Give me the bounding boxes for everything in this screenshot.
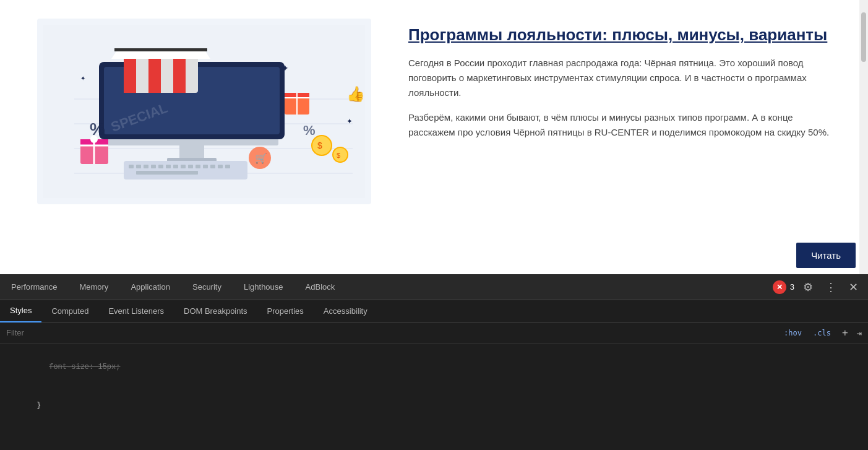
svg-text:$: $ <box>337 152 340 159</box>
svg-text:✦: ✦ <box>281 63 289 73</box>
svg-rect-31 <box>136 171 198 175</box>
svg-rect-20 <box>151 165 156 168</box>
styles-filter-bar: :hov .cls + ⇥ <box>0 322 868 344</box>
svg-rect-15 <box>114 48 207 51</box>
svg-rect-19 <box>144 165 148 168</box>
svg-rect-17 <box>129 165 134 168</box>
hov-button[interactable]: :hov <box>781 327 804 339</box>
css-line-fontsize: font-size: 15px; <box>10 348 858 386</box>
svg-rect-6 <box>179 145 204 158</box>
scrollbar[interactable] <box>859 0 868 274</box>
filter-input[interactable] <box>6 328 781 337</box>
svg-rect-26 <box>196 165 200 168</box>
tab-adblock[interactable]: AdBlock <box>294 274 346 300</box>
scrollbar-thumb[interactable] <box>861 12 866 62</box>
filter-tools: :hov .cls + ⇥ <box>781 327 862 339</box>
devtools-top-tabs: Performance Memory Application Security … <box>0 274 868 300</box>
svg-text:🛒: 🛒 <box>255 152 267 164</box>
devtools-sub-tabs: Styles Computed Event Listeners DOM Brea… <box>0 300 868 322</box>
svg-text:👍: 👍 <box>346 85 365 103</box>
svg-rect-25 <box>188 165 193 168</box>
css-line-selector: ._34geD { rcweb-style…c59b3.css:1 <box>10 437 858 450</box>
svg-rect-16 <box>124 161 247 180</box>
more-button[interactable]: ⋮ <box>822 278 840 296</box>
svg-text:$: $ <box>317 141 322 150</box>
tab-styles[interactable]: Styles <box>0 300 41 322</box>
tab-event-listeners[interactable]: Event Listeners <box>98 300 174 322</box>
svg-rect-24 <box>181 165 186 168</box>
tab-performance[interactable]: Performance <box>0 274 68 300</box>
svg-text:✦: ✦ <box>346 117 353 126</box>
add-style-button[interactable]: + <box>842 327 848 339</box>
css-line-brace1: } <box>10 386 858 424</box>
read-button[interactable]: Читать <box>796 243 856 268</box>
close-button[interactable]: ✕ <box>845 278 862 296</box>
svg-text:%: % <box>90 119 105 139</box>
css-line-blank <box>10 424 858 436</box>
svg-text:%: % <box>303 123 316 138</box>
error-count: 3 <box>790 282 794 292</box>
svg-rect-22 <box>166 165 171 168</box>
svg-rect-29 <box>218 165 223 168</box>
svg-rect-27 <box>203 165 208 168</box>
svg-rect-30 <box>225 165 230 168</box>
svg-rect-18 <box>136 165 141 168</box>
tab-dom-breakpoints[interactable]: DOM Breakpoints <box>174 300 257 322</box>
article-body-2: Разберём, какими они бывают, в чём плюсы… <box>408 110 831 140</box>
devtools-top-icons: ✕ 3 ⚙ ⋮ ✕ <box>773 278 868 296</box>
svg-rect-23 <box>173 165 178 168</box>
article-title[interactable]: Программы лояльности: плюсы, минусы, вар… <box>408 25 831 46</box>
svg-rect-28 <box>210 165 215 168</box>
main-content: % % 🛒 ✦ ✦ ✦ 👍 SPECIAL $ $ Программы лоял… <box>0 0 868 274</box>
tab-security[interactable]: Security <box>181 274 233 300</box>
article-body-1: Сегодня в России проходит главная распро… <box>408 56 831 100</box>
tab-application[interactable]: Application <box>119 274 181 300</box>
tab-lighthouse[interactable]: Lighthouse <box>233 274 294 300</box>
tab-memory[interactable]: Memory <box>68 274 119 300</box>
cls-button[interactable]: .cls <box>810 327 833 339</box>
tab-accessibility[interactable]: Accessibility <box>314 300 377 322</box>
tab-computed[interactable]: Computed <box>41 300 98 322</box>
error-badge: ✕ <box>773 280 786 294</box>
devtools-panel: Performance Memory Application Security … <box>0 274 868 450</box>
settings-button[interactable]: ⚙ <box>799 278 817 296</box>
svg-text:✦: ✦ <box>80 75 85 82</box>
tab-properties[interactable]: Properties <box>257 300 314 322</box>
article-image: % % 🛒 ✦ ✦ ✦ 👍 SPECIAL $ $ <box>37 19 371 204</box>
svg-rect-21 <box>158 165 163 168</box>
collapse-button[interactable]: ⇥ <box>857 328 862 338</box>
css-code-area[interactable]: font-size: 15px; } ._34geD { rcweb-style… <box>0 344 868 450</box>
article-text-block: Программы лояльности: плюсы, минусы, вар… <box>408 19 831 140</box>
